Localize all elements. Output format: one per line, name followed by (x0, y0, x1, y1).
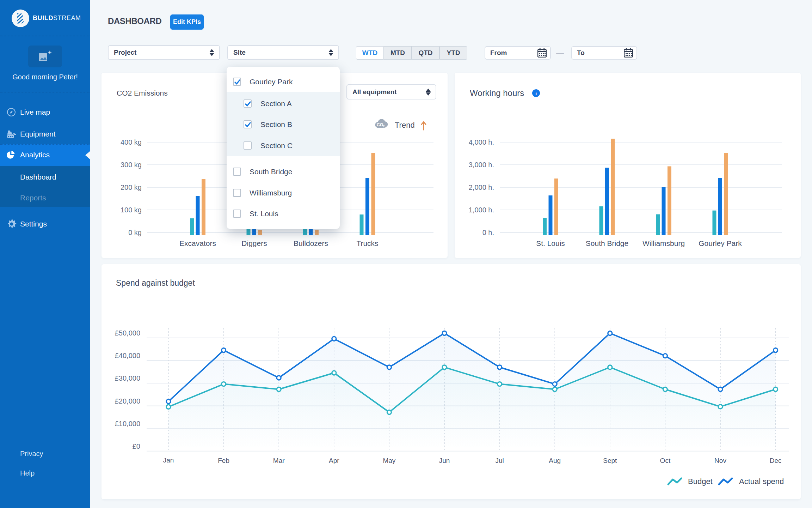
svg-text:Dec: Dec (770, 457, 782, 464)
svg-text:Budget: Budget (688, 477, 713, 486)
svg-text:2,000 h.: 2,000 h. (469, 183, 494, 191)
svg-text:Feb: Feb (218, 457, 229, 464)
svg-text:i: i (535, 91, 537, 96)
svg-text:1,000 h.: 1,000 h. (469, 206, 494, 214)
svg-text:Jan: Jan (163, 456, 174, 464)
svg-text:Bulldozers: Bulldozers (294, 239, 328, 247)
svg-text:£0: £0 (133, 442, 140, 450)
svg-text:300 kg: 300 kg (121, 161, 142, 169)
svg-text:0 kg: 0 kg (128, 229, 142, 236)
svg-text:Williamsburg: Williamsburg (642, 239, 685, 247)
svg-text:Aug: Aug (549, 457, 561, 464)
svg-text:£40,000: £40,000 (115, 352, 140, 359)
svg-text:Gourley Park: Gourley Park (699, 239, 742, 247)
svg-text:4,000 h.: 4,000 h. (469, 138, 494, 146)
svg-text:£30,000: £30,000 (115, 374, 140, 382)
svg-text:Trucks: Trucks (356, 239, 378, 247)
svg-text:Nov: Nov (714, 457, 726, 464)
svg-text:200 kg: 200 kg (121, 183, 142, 191)
svg-text:Trend: Trend (395, 121, 415, 129)
svg-text:St. Louis: St. Louis (536, 239, 565, 247)
svg-text:2: 2 (383, 125, 385, 128)
svg-text:May: May (383, 457, 395, 464)
svg-text:Jul: Jul (495, 457, 504, 464)
svg-text:Jun: Jun (439, 457, 450, 464)
svg-text:£10,000: £10,000 (115, 420, 140, 428)
svg-text:Excavators: Excavators (179, 239, 216, 247)
svg-text:Diggers: Diggers (241, 239, 267, 247)
svg-text:3,000 h.: 3,000 h. (469, 161, 494, 169)
svg-text:Oct: Oct (660, 457, 671, 464)
svg-text:100 kg: 100 kg (121, 206, 142, 214)
svg-text:CO: CO (377, 122, 383, 127)
svg-text:400 kg: 400 kg (121, 138, 142, 146)
svg-text:Mar: Mar (273, 457, 285, 464)
svg-text:Sept: Sept (603, 457, 617, 464)
svg-text:Actual spend: Actual spend (739, 477, 784, 486)
svg-text:£20,000: £20,000 (115, 397, 140, 405)
svg-text:0 h.: 0 h. (482, 229, 494, 236)
svg-text:£50,000: £50,000 (115, 329, 140, 337)
svg-text:Apr: Apr (329, 457, 339, 464)
svg-text:South Bridge: South Bridge (586, 239, 628, 247)
